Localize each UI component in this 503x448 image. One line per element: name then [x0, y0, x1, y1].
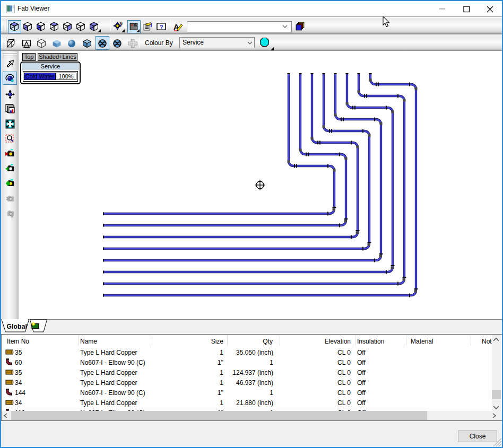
svg-text:R: R	[11, 215, 13, 218]
svg-text:N: N	[119, 22, 122, 26]
svg-text:?: ?	[160, 24, 163, 30]
svg-text:Global: Global	[7, 323, 28, 330]
